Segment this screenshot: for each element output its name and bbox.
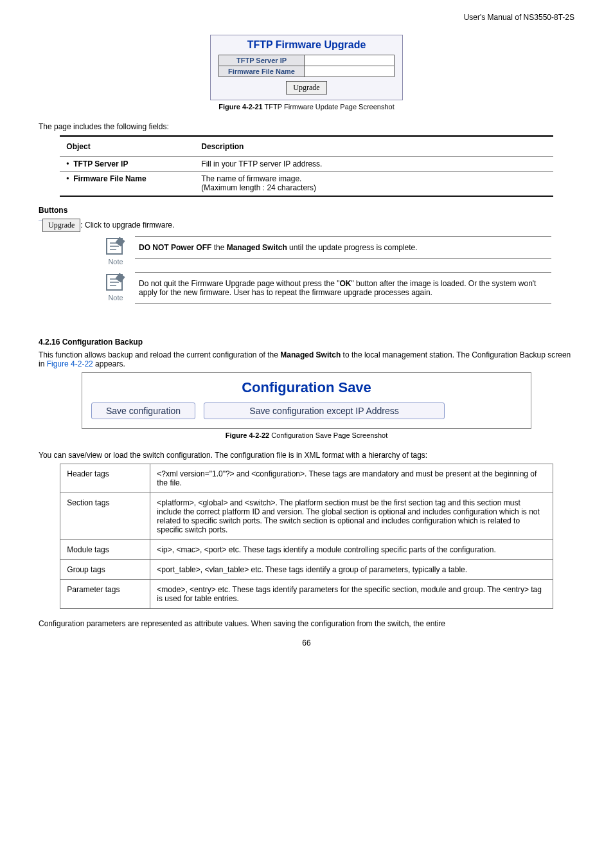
note1-text1: the xyxy=(211,243,226,252)
tftp-widget-caption: Figure 4-2-21 TFTP Firmware Update Page … xyxy=(39,103,574,111)
row1-object-label: TFTP Server IP xyxy=(73,159,128,168)
tftp-caption-suffix: TFTP Firmware Update Page Screenshot xyxy=(265,103,395,111)
save-configuration-except-ip-button[interactable]: Save configuration except IP Address xyxy=(204,402,444,419)
note1-text2: until the update progress is complete. xyxy=(287,243,418,252)
config-save-caption: Figure 4-2-22 Configuration Save Page Sc… xyxy=(39,431,574,439)
page-number: 66 xyxy=(39,638,574,647)
row2-object: • Firmware File Name xyxy=(60,172,195,196)
note-1-icon-cell: Note xyxy=(96,236,135,266)
firmware-file-name-label: Firmware File Name xyxy=(218,66,304,77)
upgrade-button-desc-row: Upgrade: Click to upgrade firmware. xyxy=(39,219,574,232)
config-backup-heading: 4.2.16 Configuration Backup xyxy=(39,338,574,347)
row2-description: The name of firmware image. (Maximum len… xyxy=(195,172,553,196)
upgrade-button-inline[interactable]: Upgrade xyxy=(42,219,80,232)
xml-row-4-name: Parameter tags xyxy=(60,580,150,609)
config-save-caption-suffix: Configuration Save Page Screenshot xyxy=(271,431,387,439)
buttons-heading: Buttons xyxy=(39,206,574,215)
config-backup-title-text: 4.2.16 Configuration Backup xyxy=(39,338,143,347)
note-2-body: Do not quit the Firmware Upgrade page wi… xyxy=(135,272,551,304)
row2-desc-line1: The name of firmware image. xyxy=(201,174,301,183)
intro-figure-link[interactable]: Figure 4-2-22 xyxy=(47,359,93,368)
trailing-paragraph: Configuration parameters are represented… xyxy=(39,619,574,628)
description-header: Description xyxy=(195,136,553,157)
note-1-label: Note xyxy=(108,258,123,266)
tftp-figure-label: Figure 4-2-21 xyxy=(218,103,262,111)
config-save-figure-label: Figure 4-2-22 xyxy=(226,431,269,439)
buttons-label-text: Buttons xyxy=(39,206,67,215)
firmware-file-name-input[interactable] xyxy=(305,66,395,77)
xml-row-1-desc: <platform>, <global> and <switch>. The p… xyxy=(150,493,553,540)
tftp-firmware-upgrade-widget: TFTP Firmware Upgrade TFTP Server IP Fir… xyxy=(210,35,403,100)
xml-row-2-desc: <ip>, <mac>, <port> etc. These tags iden… xyxy=(150,540,553,560)
tftp-widget-title: TFTP Firmware Upgrade xyxy=(211,35,402,55)
table-row: Group tags <port_table>, <vlan_table> et… xyxy=(60,560,553,580)
note1-bold1: DO NOT Power OFF xyxy=(139,243,211,252)
xml-row-0-desc: <?xml version="1.0"?> and <configuration… xyxy=(150,464,553,493)
note-2-row: Note Do not quit the Firmware Upgrade pa… xyxy=(96,272,551,304)
xml-row-4-desc: <mode>, <entry> etc. These tags identify… xyxy=(150,580,553,609)
note-2-label: Note xyxy=(108,294,123,302)
intro-c: appears. xyxy=(93,359,125,368)
row2-object-label: Firmware File Name xyxy=(73,174,146,183)
note2-text-a: Do not quit the Firmware Upgrade page wi… xyxy=(139,279,339,288)
tftp-server-ip-label: TFTP Server IP xyxy=(218,55,304,66)
config-save-title: Configuration Save xyxy=(91,375,522,402)
xml-intro-text: You can save/view or load the switch con… xyxy=(39,451,574,460)
configuration-save-widget: Configuration Save Save configuration Sa… xyxy=(82,372,531,429)
xml-row-0-name: Header tags xyxy=(60,464,150,493)
note-icon xyxy=(104,272,127,293)
table-row: Module tags <ip>, <mac>, <port> etc. The… xyxy=(60,540,553,560)
object-header: Object xyxy=(60,136,195,157)
note-icon xyxy=(104,236,127,257)
note-1-body: DO NOT Power OFF the Managed Switch unti… xyxy=(135,236,551,259)
note1-bold2: Managed Switch xyxy=(227,243,287,252)
tftp-server-ip-input[interactable] xyxy=(305,55,395,66)
xml-row-2-name: Module tags xyxy=(60,540,150,560)
xml-tags-table: Header tags <?xml version="1.0"?> and <c… xyxy=(60,464,553,609)
config-backup-intro: This function allows backup and reload t… xyxy=(39,350,574,368)
upgrade-desc-text: : Click to upgrade firmware. xyxy=(80,221,174,230)
intro-bold: Managed Switch xyxy=(280,350,341,359)
table-row: Parameter tags <mode>, <entry> etc. Thes… xyxy=(60,580,553,609)
upgrade-button[interactable]: Upgrade xyxy=(286,81,326,95)
note-1-row: Note DO NOT Power OFF the Managed Switch… xyxy=(96,236,551,266)
tftp-widget-table: TFTP Server IP Firmware File Name xyxy=(218,55,395,77)
row1-description: Fill in your TFTP server IP address. xyxy=(195,157,553,172)
xml-row-1-name: Section tags xyxy=(60,493,150,540)
save-configuration-button[interactable]: Save configuration xyxy=(91,402,195,419)
table-row: Header tags <?xml version="1.0"?> and <c… xyxy=(60,464,553,493)
xml-row-3-desc: <port_table>, <vlan_table> etc. These ta… xyxy=(150,560,553,580)
table-row: Section tags <platform>, <global> and <s… xyxy=(60,493,553,540)
fields-intro-text: The page includes the following fields: xyxy=(39,122,574,131)
xml-row-3-name: Group tags xyxy=(60,560,150,580)
note2-bold: OK xyxy=(339,279,351,288)
page-header-manual: User's Manual of NS3550-8T-2S xyxy=(39,13,574,22)
object-description-table: Object Description • TFTP Server IP Fill… xyxy=(60,135,553,197)
note-2-icon-cell: Note xyxy=(96,272,135,302)
row2-desc-line2: (Maximum length : 24 characters) xyxy=(201,183,316,192)
intro-a: This function allows backup and reload t… xyxy=(39,350,280,359)
row1-object: • TFTP Server IP xyxy=(60,157,195,172)
